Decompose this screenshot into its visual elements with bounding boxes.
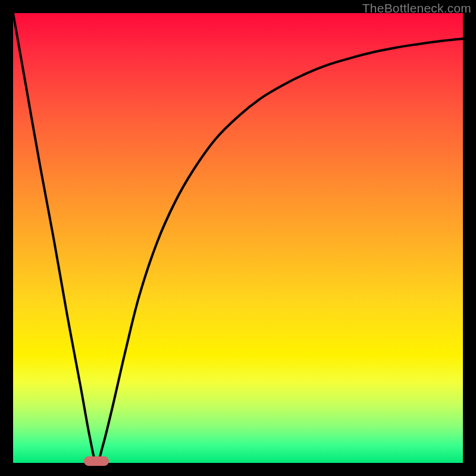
optimal-marker — [84, 456, 109, 466]
bottleneck-curve — [13, 13, 463, 463]
watermark-label: TheBottleneck.com — [362, 1, 471, 15]
plot-area — [13, 13, 463, 463]
chart-frame: TheBottleneck.com — [0, 0, 476, 476]
